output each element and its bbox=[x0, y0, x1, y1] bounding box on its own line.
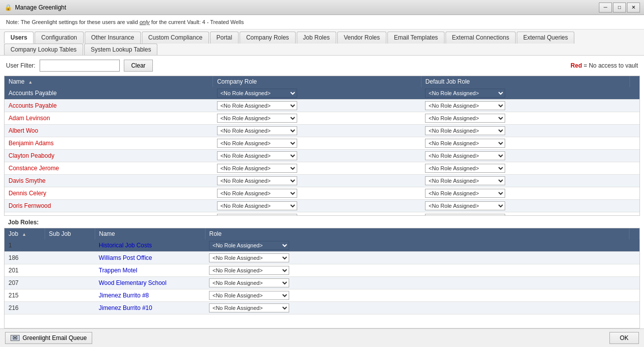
table-row[interactable]: Clayton Peabody<No Role Assigned><No Rol… bbox=[5, 150, 639, 162]
tab-system-lookup-tables[interactable]: System Lookup Tables bbox=[84, 44, 158, 55]
tab-external-connections[interactable]: External Connections bbox=[446, 32, 516, 44]
table-row[interactable]: Davis Smythe<No Role Assigned><No Role A… bbox=[5, 175, 639, 187]
table-row[interactable]: Albert Woo<No Role Assigned><No Role Ass… bbox=[5, 125, 639, 137]
default-job-role-cell[interactable]: <No Role Assigned> bbox=[421, 100, 629, 112]
company-role-select[interactable]: <No Role Assigned> bbox=[217, 101, 297, 110]
default-job-role-select[interactable]: <No Role Assigned> bbox=[425, 189, 505, 198]
tab-email-templates[interactable]: Email Templates bbox=[387, 32, 445, 44]
users-table-container: Name ▲ Company Role Default Job Role Acc… bbox=[4, 76, 640, 216]
job-role-select[interactable]: <No Role Assigned> bbox=[209, 278, 289, 287]
row-spacer bbox=[629, 239, 639, 252]
table-row[interactable]: 215Jimenez Burrito #8<No Role Assigned> bbox=[5, 289, 639, 302]
company-role-cell[interactable]: <No Role Assigned> bbox=[213, 100, 421, 112]
row-spacer bbox=[629, 162, 639, 175]
job-role-select[interactable]: <No Role Assigned> bbox=[209, 253, 289, 262]
company-role-cell[interactable]: <No Role Assigned> bbox=[213, 112, 421, 125]
default-job-role-cell[interactable]: <No Role Assigned> bbox=[421, 87, 629, 100]
tab-vendor-roles[interactable]: Vendor Roles bbox=[337, 32, 386, 44]
table-row[interactable]: Doris Fernwood<No Role Assigned><No Role… bbox=[5, 200, 639, 212]
row-spacer bbox=[629, 277, 639, 289]
company-role-select[interactable]: <No Role Assigned> bbox=[217, 189, 297, 198]
tab-company-roles[interactable]: Company Roles bbox=[240, 32, 295, 44]
default-job-role-select[interactable]: <No Role Assigned> bbox=[425, 89, 505, 98]
user-name-cell: Clayton Peabody bbox=[5, 150, 213, 162]
ok-button[interactable]: OK bbox=[609, 332, 639, 344]
table-row[interactable]: Doris Fernwood<No Role Assigned><No Role… bbox=[5, 212, 639, 216]
job-role-cell[interactable]: <No Role Assigned> bbox=[205, 239, 629, 252]
default-job-role-cell[interactable]: <No Role Assigned> bbox=[421, 187, 629, 200]
default-job-role-cell[interactable]: <No Role Assigned> bbox=[421, 212, 629, 216]
tab-portal[interactable]: Portal bbox=[210, 32, 239, 44]
company-role-select[interactable]: <No Role Assigned> bbox=[217, 201, 297, 210]
job-role-cell[interactable]: <No Role Assigned> bbox=[205, 264, 629, 277]
table-row[interactable]: 216Jimenez Burrito #10<No Role Assigned> bbox=[5, 302, 639, 314]
company-role-cell[interactable]: <No Role Assigned> bbox=[213, 175, 421, 187]
table-row[interactable]: Accounts Payable<No Role Assigned><No Ro… bbox=[5, 87, 639, 100]
company-role-select[interactable]: <No Role Assigned> bbox=[217, 89, 297, 98]
default-job-role-select[interactable]: <No Role Assigned> bbox=[425, 101, 505, 110]
table-row[interactable]: 207Wood Elementary School<No Role Assign… bbox=[5, 277, 639, 289]
job-role-cell[interactable]: <No Role Assigned> bbox=[205, 289, 629, 302]
job-table-container: Job ▲ Sub Job Name Role 1Historical Job … bbox=[4, 228, 640, 328]
row-spacer bbox=[629, 264, 639, 277]
job-role-cell[interactable]: <No Role Assigned> bbox=[205, 252, 629, 264]
default-job-role-select[interactable]: <No Role Assigned> bbox=[425, 139, 505, 148]
company-role-select[interactable]: <No Role Assigned> bbox=[217, 126, 297, 135]
company-role-cell[interactable]: <No Role Assigned> bbox=[213, 150, 421, 162]
company-role-cell[interactable]: <No Role Assigned> bbox=[213, 200, 421, 212]
tab-custom-compliance[interactable]: Custom Compliance bbox=[142, 32, 209, 44]
table-row[interactable]: Constance Jerome<No Role Assigned><No Ro… bbox=[5, 162, 639, 175]
maximize-button[interactable]: □ bbox=[613, 3, 626, 13]
company-role-select[interactable]: <No Role Assigned> bbox=[217, 164, 297, 173]
company-role-cell[interactable]: <No Role Assigned> bbox=[213, 87, 421, 100]
default-job-role-select[interactable]: <No Role Assigned> bbox=[425, 201, 505, 210]
tab-job-roles[interactable]: Job Roles bbox=[297, 32, 336, 44]
tab-other-insurance[interactable]: Other Insurance bbox=[85, 32, 141, 44]
job-number-cell: 215 bbox=[5, 289, 45, 302]
minimize-button[interactable]: ─ bbox=[599, 3, 612, 13]
company-role-cell[interactable]: <No Role Assigned> bbox=[213, 125, 421, 137]
job-role-cell[interactable]: <No Role Assigned> bbox=[205, 277, 629, 289]
company-role-cell[interactable]: <No Role Assigned> bbox=[213, 212, 421, 216]
table-row[interactable]: Adam Levinson<No Role Assigned><No Role … bbox=[5, 112, 639, 125]
col-job-spacer bbox=[629, 228, 639, 239]
tab-users[interactable]: Users bbox=[4, 32, 34, 44]
table-row[interactable]: 186Williams Post Office<No Role Assigned… bbox=[5, 252, 639, 264]
default-job-role-select[interactable]: <No Role Assigned> bbox=[425, 151, 505, 160]
table-row[interactable]: Accounts Payable<No Role Assigned><No Ro… bbox=[5, 100, 639, 112]
table-row[interactable]: 1Historical Job Costs<No Role Assigned> bbox=[5, 239, 639, 252]
default-job-role-select[interactable]: <No Role Assigned> bbox=[425, 164, 505, 173]
email-queue-button[interactable]: ✉ Greenlight Email Queue bbox=[5, 332, 92, 344]
company-role-cell[interactable]: <No Role Assigned> bbox=[213, 187, 421, 200]
company-role-select[interactable]: <No Role Assigned> bbox=[217, 176, 297, 185]
job-role-select[interactable]: <No Role Assigned> bbox=[209, 266, 289, 275]
job-role-select[interactable]: <No Role Assigned> bbox=[209, 303, 289, 312]
company-role-select[interactable]: <No Role Assigned> bbox=[217, 151, 297, 160]
job-role-cell[interactable]: <No Role Assigned> bbox=[205, 302, 629, 314]
close-button[interactable]: ✕ bbox=[627, 3, 640, 13]
default-job-role-select[interactable]: <No Role Assigned> bbox=[425, 126, 505, 135]
company-role-cell[interactable]: <No Role Assigned> bbox=[213, 137, 421, 150]
table-row[interactable]: Benjamin Adams<No Role Assigned><No Role… bbox=[5, 137, 639, 150]
company-role-cell[interactable]: <No Role Assigned> bbox=[213, 162, 421, 175]
default-job-role-select[interactable]: <No Role Assigned> bbox=[425, 176, 505, 185]
tab-external-queries[interactable]: External Queries bbox=[517, 32, 574, 44]
table-row[interactable]: 201Trappen Motel<No Role Assigned> bbox=[5, 264, 639, 277]
default-job-role-cell[interactable]: <No Role Assigned> bbox=[421, 125, 629, 137]
clear-button[interactable]: Clear bbox=[124, 60, 153, 72]
default-job-role-cell[interactable]: <No Role Assigned> bbox=[421, 175, 629, 187]
table-row[interactable]: Dennis Celery<No Role Assigned><No Role … bbox=[5, 187, 639, 200]
company-role-select[interactable]: <No Role Assigned> bbox=[217, 139, 297, 148]
default-job-role-cell[interactable]: <No Role Assigned> bbox=[421, 150, 629, 162]
job-role-select[interactable]: <No Role Assigned> bbox=[209, 241, 289, 250]
tab-company-lookup-tables[interactable]: Company Lookup Tables bbox=[4, 44, 83, 55]
user-filter-input[interactable] bbox=[40, 60, 120, 72]
company-role-select[interactable]: <No Role Assigned> bbox=[217, 114, 297, 123]
default-job-role-select[interactable]: <No Role Assigned> bbox=[425, 114, 505, 123]
job-role-select[interactable]: <No Role Assigned> bbox=[209, 291, 289, 300]
default-job-role-cell[interactable]: <No Role Assigned> bbox=[421, 162, 629, 175]
default-job-role-cell[interactable]: <No Role Assigned> bbox=[421, 137, 629, 150]
default-job-role-cell[interactable]: <No Role Assigned> bbox=[421, 200, 629, 212]
default-job-role-cell[interactable]: <No Role Assigned> bbox=[421, 112, 629, 125]
tab-configuration[interactable]: Configuration bbox=[35, 32, 83, 44]
